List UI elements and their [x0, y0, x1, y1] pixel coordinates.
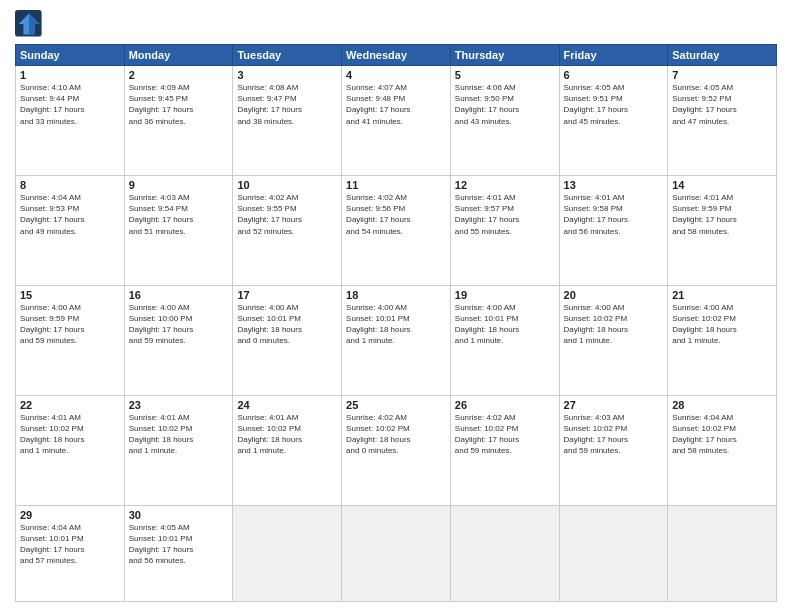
day-info: Sunrise: 4:02 AM Sunset: 10:02 PM Daylig… [455, 412, 555, 457]
day-number: 29 [20, 509, 120, 521]
day-info: Sunrise: 4:00 AM Sunset: 10:02 PM Daylig… [672, 302, 772, 347]
day-number: 26 [455, 399, 555, 411]
day-info: Sunrise: 4:01 AM Sunset: 9:57 PM Dayligh… [455, 192, 555, 237]
day-number: 19 [455, 289, 555, 301]
day-cell: 23Sunrise: 4:01 AM Sunset: 10:02 PM Dayl… [124, 395, 233, 505]
day-cell: 17Sunrise: 4:00 AM Sunset: 10:01 PM Dayl… [233, 285, 342, 395]
day-info: Sunrise: 4:01 AM Sunset: 10:02 PM Daylig… [20, 412, 120, 457]
day-info: Sunrise: 4:10 AM Sunset: 9:44 PM Dayligh… [20, 82, 120, 127]
day-number: 14 [672, 179, 772, 191]
day-number: 24 [237, 399, 337, 411]
day-cell: 12Sunrise: 4:01 AM Sunset: 9:57 PM Dayli… [450, 175, 559, 285]
logo [15, 10, 47, 38]
day-cell: 7Sunrise: 4:05 AM Sunset: 9:52 PM Daylig… [668, 66, 777, 176]
day-number: 13 [564, 179, 664, 191]
weekday-header-tuesday: Tuesday [233, 45, 342, 66]
day-number: 12 [455, 179, 555, 191]
day-cell: 19Sunrise: 4:00 AM Sunset: 10:01 PM Dayl… [450, 285, 559, 395]
day-info: Sunrise: 4:01 AM Sunset: 9:59 PM Dayligh… [672, 192, 772, 237]
day-number: 8 [20, 179, 120, 191]
day-info: Sunrise: 4:01 AM Sunset: 10:02 PM Daylig… [129, 412, 229, 457]
calendar-table: SundayMondayTuesdayWednesdayThursdayFrid… [15, 44, 777, 602]
day-cell: 6Sunrise: 4:05 AM Sunset: 9:51 PM Daylig… [559, 66, 668, 176]
day-cell [668, 505, 777, 601]
day-number: 22 [20, 399, 120, 411]
day-info: Sunrise: 4:05 AM Sunset: 10:01 PM Daylig… [129, 522, 229, 567]
day-number: 28 [672, 399, 772, 411]
weekday-header-thursday: Thursday [450, 45, 559, 66]
day-cell: 9Sunrise: 4:03 AM Sunset: 9:54 PM Daylig… [124, 175, 233, 285]
week-row-2: 8Sunrise: 4:04 AM Sunset: 9:53 PM Daylig… [16, 175, 777, 285]
day-info: Sunrise: 4:09 AM Sunset: 9:45 PM Dayligh… [129, 82, 229, 127]
week-row-5: 29Sunrise: 4:04 AM Sunset: 10:01 PM Dayl… [16, 505, 777, 601]
weekday-header-sunday: Sunday [16, 45, 125, 66]
day-number: 21 [672, 289, 772, 301]
day-cell: 14Sunrise: 4:01 AM Sunset: 9:59 PM Dayli… [668, 175, 777, 285]
day-cell: 29Sunrise: 4:04 AM Sunset: 10:01 PM Dayl… [16, 505, 125, 601]
day-info: Sunrise: 4:04 AM Sunset: 10:02 PM Daylig… [672, 412, 772, 457]
day-cell: 15Sunrise: 4:00 AM Sunset: 9:59 PM Dayli… [16, 285, 125, 395]
day-number: 17 [237, 289, 337, 301]
day-cell: 5Sunrise: 4:06 AM Sunset: 9:50 PM Daylig… [450, 66, 559, 176]
day-number: 6 [564, 69, 664, 81]
day-number: 16 [129, 289, 229, 301]
day-number: 20 [564, 289, 664, 301]
day-number: 15 [20, 289, 120, 301]
day-cell [559, 505, 668, 601]
day-number: 1 [20, 69, 120, 81]
day-number: 11 [346, 179, 446, 191]
day-number: 3 [237, 69, 337, 81]
day-info: Sunrise: 4:02 AM Sunset: 9:55 PM Dayligh… [237, 192, 337, 237]
day-number: 2 [129, 69, 229, 81]
weekday-header-saturday: Saturday [668, 45, 777, 66]
day-info: Sunrise: 4:07 AM Sunset: 9:48 PM Dayligh… [346, 82, 446, 127]
day-cell: 16Sunrise: 4:00 AM Sunset: 10:00 PM Dayl… [124, 285, 233, 395]
day-info: Sunrise: 4:01 AM Sunset: 10:02 PM Daylig… [237, 412, 337, 457]
day-cell: 26Sunrise: 4:02 AM Sunset: 10:02 PM Dayl… [450, 395, 559, 505]
day-info: Sunrise: 4:00 AM Sunset: 9:59 PM Dayligh… [20, 302, 120, 347]
day-info: Sunrise: 4:04 AM Sunset: 10:01 PM Daylig… [20, 522, 120, 567]
day-info: Sunrise: 4:05 AM Sunset: 9:51 PM Dayligh… [564, 82, 664, 127]
day-cell: 8Sunrise: 4:04 AM Sunset: 9:53 PM Daylig… [16, 175, 125, 285]
day-cell: 25Sunrise: 4:02 AM Sunset: 10:02 PM Dayl… [342, 395, 451, 505]
week-row-3: 15Sunrise: 4:00 AM Sunset: 9:59 PM Dayli… [16, 285, 777, 395]
day-cell: 4Sunrise: 4:07 AM Sunset: 9:48 PM Daylig… [342, 66, 451, 176]
day-info: Sunrise: 4:02 AM Sunset: 9:56 PM Dayligh… [346, 192, 446, 237]
day-info: Sunrise: 4:08 AM Sunset: 9:47 PM Dayligh… [237, 82, 337, 127]
page: SundayMondayTuesdayWednesdayThursdayFrid… [0, 0, 792, 612]
day-number: 5 [455, 69, 555, 81]
day-number: 4 [346, 69, 446, 81]
day-info: Sunrise: 4:00 AM Sunset: 10:02 PM Daylig… [564, 302, 664, 347]
day-number: 27 [564, 399, 664, 411]
weekday-header-wednesday: Wednesday [342, 45, 451, 66]
weekday-header-row: SundayMondayTuesdayWednesdayThursdayFrid… [16, 45, 777, 66]
day-cell: 30Sunrise: 4:05 AM Sunset: 10:01 PM Dayl… [124, 505, 233, 601]
day-cell: 3Sunrise: 4:08 AM Sunset: 9:47 PM Daylig… [233, 66, 342, 176]
day-number: 7 [672, 69, 772, 81]
day-number: 9 [129, 179, 229, 191]
day-cell [342, 505, 451, 601]
header [15, 10, 777, 38]
day-info: Sunrise: 4:02 AM Sunset: 10:02 PM Daylig… [346, 412, 446, 457]
day-cell: 1Sunrise: 4:10 AM Sunset: 9:44 PM Daylig… [16, 66, 125, 176]
day-info: Sunrise: 4:03 AM Sunset: 9:54 PM Dayligh… [129, 192, 229, 237]
day-number: 10 [237, 179, 337, 191]
day-cell: 13Sunrise: 4:01 AM Sunset: 9:58 PM Dayli… [559, 175, 668, 285]
logo-icon [15, 10, 43, 38]
week-row-4: 22Sunrise: 4:01 AM Sunset: 10:02 PM Dayl… [16, 395, 777, 505]
day-cell: 21Sunrise: 4:00 AM Sunset: 10:02 PM Dayl… [668, 285, 777, 395]
day-cell: 24Sunrise: 4:01 AM Sunset: 10:02 PM Dayl… [233, 395, 342, 505]
weekday-header-monday: Monday [124, 45, 233, 66]
day-cell [233, 505, 342, 601]
day-cell [450, 505, 559, 601]
day-cell: 20Sunrise: 4:00 AM Sunset: 10:02 PM Dayl… [559, 285, 668, 395]
day-number: 23 [129, 399, 229, 411]
day-cell: 11Sunrise: 4:02 AM Sunset: 9:56 PM Dayli… [342, 175, 451, 285]
day-number: 30 [129, 509, 229, 521]
day-cell: 18Sunrise: 4:00 AM Sunset: 10:01 PM Dayl… [342, 285, 451, 395]
day-info: Sunrise: 4:06 AM Sunset: 9:50 PM Dayligh… [455, 82, 555, 127]
day-cell: 22Sunrise: 4:01 AM Sunset: 10:02 PM Dayl… [16, 395, 125, 505]
day-info: Sunrise: 4:00 AM Sunset: 10:01 PM Daylig… [455, 302, 555, 347]
weekday-header-friday: Friday [559, 45, 668, 66]
day-info: Sunrise: 4:04 AM Sunset: 9:53 PM Dayligh… [20, 192, 120, 237]
